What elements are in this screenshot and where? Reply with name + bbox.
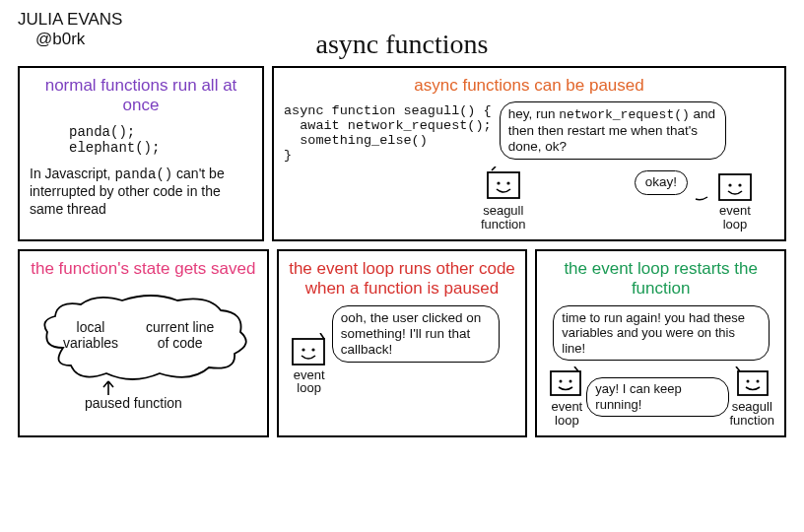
panel1-note-pre: In Javascript, [30,166,114,181]
smiley-box-icon [482,166,525,204]
svg-point-10 [311,348,314,351]
panel5-title: the event loop restarts the function [547,259,774,299]
panel5-bubble1: time to run again! you had these variabl… [553,305,770,362]
panel2-char1-l2: function [481,217,526,232]
panel5-bubble2: yay! I can keep running! [586,377,729,416]
panel5-char2-l2: function [729,413,774,428]
panel1-note: In Javascript, panda() can't be interrup… [30,166,252,219]
speech-tail-icon [694,191,709,211]
panel4-title: the event loop runs other code when a fu… [289,259,516,299]
panel-eventloop-runs: the event loop runs other code when a fu… [277,249,528,437]
svg-rect-1 [488,172,519,198]
panel-eventloop-restarts: the event loop restarts the function tim… [535,249,786,437]
panel2-eventloop-char: eventloop [715,170,755,231]
author-name: JULIA EVANS [18,10,786,30]
panel3-cloud-left: localvariables [63,320,118,351]
panel2-bubble1-pre: hey, run [508,106,560,121]
svg-point-2 [497,182,500,185]
svg-rect-8 [293,339,324,365]
panel1-code: panda(); elephant(); [69,124,252,156]
svg-point-3 [506,182,509,185]
panel4-bubble: ooh, the user clicked on something! I'll… [332,305,500,364]
panel2-code: async function seagull() { await network… [284,103,492,163]
svg-point-5 [728,184,731,187]
panel2-bubble-seagull: hey, run network_request() and then then… [500,101,726,160]
svg-rect-16 [738,371,768,395]
panel-state-saved: the function's state gets saved localvar… [18,249,269,437]
svg-rect-12 [551,371,580,395]
panel5-char1-l2: loop [555,413,579,428]
svg-line-0 [492,166,496,170]
smiley-box-icon [547,366,586,400]
panel5-seagull-char: seagullfunction [729,366,774,427]
panel-async-paused: async functions can be paused async func… [272,66,786,241]
panel2-bubble-eventloop: okay! [635,170,688,194]
panel3-cloud-right: current lineof code [146,320,214,351]
svg-point-9 [302,348,304,351]
svg-rect-4 [719,174,751,200]
smiley-box-icon [715,170,755,204]
panel2-bubble1-code: network_request() [559,107,690,122]
panel4-char-l2: loop [297,380,321,395]
panel5-eventloop-char: eventloop [547,366,586,427]
panel2-char2-l2: loop [723,217,748,232]
smiley-box-icon [289,333,330,368]
arrow-up-icon [99,377,118,397]
svg-point-18 [757,380,760,383]
panel3-title: the function's state gets saved [30,259,257,279]
page-title: async functions [18,29,786,60]
svg-point-14 [570,380,572,383]
svg-point-6 [738,184,741,187]
panel1-title: normal functions run all at once [30,76,252,116]
panel2-title: async functions can be paused [284,76,774,96]
panel2-seagull-char: seagullfunction [481,166,526,231]
panel3-caption: paused function [85,395,182,411]
svg-point-17 [747,380,750,383]
panel1-note-code: panda() [114,166,172,182]
panel4-eventloop-char: eventloop [289,333,330,395]
svg-point-13 [560,380,563,383]
panel-normal-functions: normal functions run all at once panda()… [18,66,264,241]
smiley-box-icon [732,366,771,400]
